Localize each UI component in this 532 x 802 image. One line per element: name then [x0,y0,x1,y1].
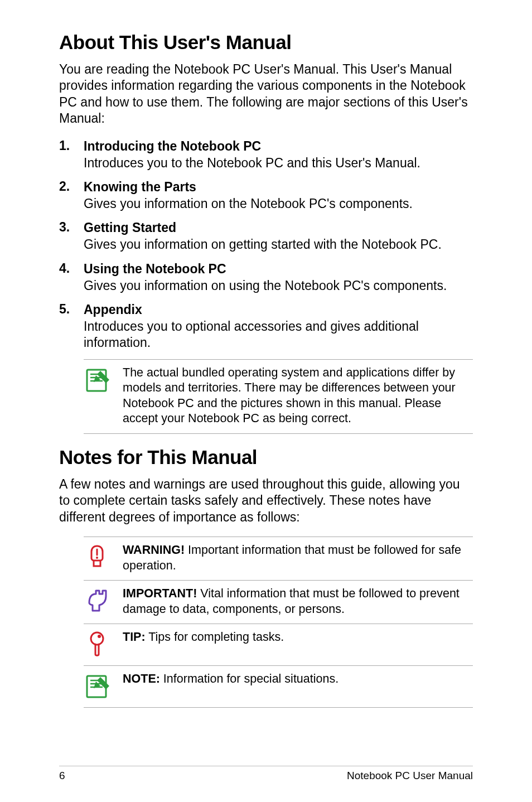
callout-text: TIP: Tips for completing tasks. [123,630,473,645]
section-title: Appendix [84,302,473,318]
section-description: Gives you information on getting started… [84,236,473,253]
callout-label: IMPORTANT! [123,587,197,600]
notes-heading: Notes for This Manual [59,446,473,468]
callout-row-important: IMPORTANT! Vital information that must b… [84,580,473,624]
callouts-list: WARNING! Important information that must… [84,537,473,708]
callout-text: WARNING! Important information that must… [123,543,473,573]
list-item: Knowing the Parts Gives you information … [59,179,473,212]
section-title: Getting Started [84,220,473,236]
warning-icon [84,543,110,572]
important-icon [84,586,110,615]
list-item: Appendix Introduces you to optional acce… [59,302,473,351]
callout-row-note: NOTE: Information for special situations… [84,665,473,708]
note-callout: The actual bundled operating system and … [84,359,473,434]
section-description: Gives you information on the Notebook PC… [84,196,473,212]
note-text: The actual bundled operating system and … [123,365,473,427]
note-icon [84,671,110,700]
callout-text: IMPORTANT! Vital information that must b… [123,586,473,617]
note-icon [84,365,110,394]
svg-point-6 [91,632,103,645]
notes-intro: A few notes and warnings are used throug… [59,476,473,525]
tip-icon [84,630,110,659]
section-title: Knowing the Parts [84,179,473,196]
callout-row-warning: WARNING! Important information that must… [84,537,473,580]
callout-row-tip: TIP: Tips for completing tasks. [84,624,473,665]
section-title: Introducing the Notebook PC [84,138,473,155]
callout-text: NOTE: Information for special situations… [123,671,473,687]
section-description: Introduces you to optional accessories a… [84,318,473,351]
intro-paragraph: You are reading the Notebook PC User's M… [59,61,473,127]
list-item: Introducing the Notebook PC Introduces y… [59,138,473,171]
svg-point-5 [96,557,98,559]
page-title: About This User's Manual [59,31,473,54]
svg-point-7 [98,635,101,638]
page-content: About This User's Manual You are reading… [0,0,532,708]
sections-list: Introducing the Notebook PC Introduces y… [59,138,473,351]
section-description: Introduces you to the Notebook PC and th… [84,155,473,171]
page-number: 6 [59,770,65,782]
callout-body: Information for special situations. [160,672,338,685]
page-footer: 6 Notebook PC User Manual [59,766,473,782]
section-title: Using the Notebook PC [84,261,473,278]
callout-label: WARNING! [123,543,185,557]
list-item: Getting Started Gives you information on… [59,220,473,253]
callout-body: Tips for completing tasks. [146,630,284,644]
list-item: Using the Notebook PC Gives you informat… [59,261,473,294]
section-description: Gives you information on using the Noteb… [84,278,473,294]
footer-title: Notebook PC User Manual [347,770,473,782]
callout-label: TIP: [123,630,146,644]
callout-label: NOTE: [123,672,160,685]
